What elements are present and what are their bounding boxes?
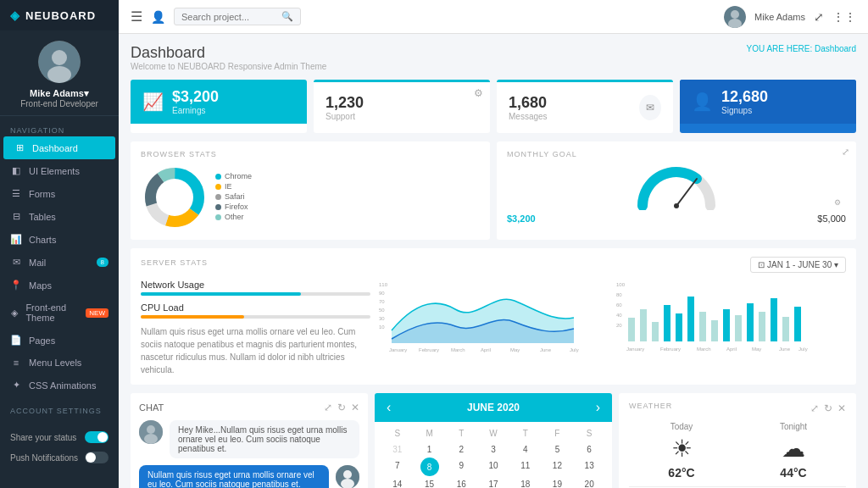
sidebar-item-mail[interactable]: ✉ Mail 8 [0,251,119,274]
date-range-selector[interactable]: ⊡ JAN 1 - JUNE 30 ▾ [750,257,846,273]
calendar-cell[interactable]: 14 [381,476,414,488]
weather-close-icon[interactable]: ✕ [837,402,846,414]
calendar-cell[interactable]: 15 [414,476,446,488]
goal-expand-icon[interactable]: ⤢ [842,147,849,158]
calendar-cell[interactable]: 4 [509,441,542,458]
cpu-load-fill [141,315,244,319]
earnings-content: $3,200 Earnings [172,88,219,115]
chat-header-icons: ⤢ ↻ ✕ [324,402,359,413]
calendar-next-button[interactable]: › [596,400,600,415]
sidebar-item-forms[interactable]: ☰ Forms [0,182,119,205]
calendar-cell[interactable]: 11 [509,458,542,476]
svg-text:70: 70 [379,299,385,304]
sidebar-item-dashboard[interactable]: ⊞ Dashboard [3,136,115,159]
calendar-cell[interactable]: 1 [414,441,446,458]
chat-close-icon[interactable]: ✕ [351,402,359,413]
sidebar-item-charts[interactable]: 📊 Charts [0,228,119,251]
menu-toggle-button[interactable]: ☰ [131,8,142,25]
server-grid: Network Usage CPU Load Nullam quis risus… [141,280,846,376]
sidebar-item-label: Tables [29,212,56,222]
svg-text:100: 100 [616,282,626,287]
tonight-icon: ☁ [741,435,846,463]
chat-expand-icon[interactable]: ⤢ [324,402,332,413]
sidebar-item-label: Menu Levels [29,358,81,368]
server-stats-section: SERVER STATS ⊡ JAN 1 - JUNE 30 ▾ Network… [131,248,856,385]
goal-gear-icon[interactable]: ⚙ [834,198,841,207]
grid-menu-icon[interactable]: ⋮⋮ [832,10,856,24]
search-input[interactable] [181,12,277,22]
pages-icon: 📄 [10,335,22,346]
calendar-title: JUNE 2020 [467,402,520,413]
calendar-cell[interactable]: 20 [573,476,605,488]
earnings-value: $3,200 [172,88,219,106]
sidebar-item-css-animations[interactable]: ✦ CSS Animations [0,374,119,396]
sidebar-item-label: Pages [29,336,55,346]
goal-current: $3,200 [507,214,536,224]
chat-refresh-icon[interactable]: ↻ [337,402,346,413]
support-settings-icon[interactable]: ⚙ [474,87,483,99]
expand-icon[interactable]: ⤢ [814,10,824,24]
svg-text:90: 90 [379,291,385,296]
line-chart: 110 90 70 50 30 10 January [379,280,599,356]
calendar-cell[interactable]: 13 [573,458,605,476]
brand-name: NEUBOARD [25,9,96,22]
sidebar-item-tables[interactable]: ⊟ Tables [0,205,119,228]
topbar-username: Mike Adams [754,12,805,22]
svg-text:60: 60 [616,302,622,308]
push-notifications-toggle[interactable] [85,452,108,463]
sidebar-item-maps[interactable]: 📍 Maps [0,274,119,297]
calendar-cell[interactable]: 18 [509,476,542,488]
calendar-prev-button[interactable]: ‹ [387,400,391,415]
calendar-cell[interactable]: 5 [542,441,574,458]
earnings-icon: 📈 [142,92,164,112]
css-animations-icon: ✦ [10,380,22,391]
calendar-cell[interactable]: 12 [542,458,574,476]
calendar-cell[interactable]: 6 [573,441,605,458]
server-description: Nullam quis risus eget urna mollis ornar… [141,325,370,376]
sidebar-item-menu-levels[interactable]: ≡ Menu Levels [0,352,119,374]
sidebar-item-frontend-theme[interactable]: ◈ Front-end Theme NEW [0,297,119,329]
sidebar-item-pages[interactable]: 📄 Pages [0,329,119,352]
bar [771,298,777,341]
calendar-cell[interactable]: 17 [477,476,509,488]
bar [640,309,647,341]
calendar-cell[interactable]: 10 [477,458,509,476]
calendar-today-cell[interactable]: 8 [420,458,439,476]
calendar-cell[interactable]: 3 [477,441,509,458]
sidebar: ◈ NEUBOARD Mike Adams▾ Front-end Develop… [0,0,119,488]
calendar-other-month-cell: 31 [381,441,414,458]
svg-text:80: 80 [616,292,622,297]
calendar-cell[interactable]: 7 [381,458,414,476]
support-card: 1,230 Support ⚙ [314,80,490,133]
calendar-cell[interactable]: 2 [445,441,477,458]
calendar-section: ‹ JUNE 2020 › S M T W T F S 311234567891… [375,393,612,488]
signups-value: 12,680 [721,88,768,106]
calendar-cell[interactable]: 9 [445,458,477,476]
topbar-user-icon[interactable]: 👤 [151,10,165,24]
logo-icon: ◈ [10,8,20,22]
monthly-goal-title: MONTHLY GOAL [507,150,577,158]
svg-point-41 [147,425,155,434]
chat-title: CHAT [139,402,164,413]
bar [699,312,706,341]
svg-text:April: April [481,347,491,352]
calendar-rows: 3112345678910111213141516171819202122232… [381,441,605,488]
sidebar-profile: Mike Adams▾ Front-end Developer [0,30,119,116]
calendar-cell[interactable]: 19 [542,476,574,488]
bar-chart-container: 100 80 60 40 20 [616,280,846,376]
svg-text:30: 30 [379,316,385,321]
weather-expand-icon[interactable]: ⤢ [810,402,819,414]
chat-message-sent: Nullam quis risus eget urna mollis ornar… [139,465,359,488]
share-status-toggle[interactable] [85,431,108,443]
chat-message-received: Hey Mike...Nullam quis risus eget urna m… [139,420,359,458]
sidebar-item-label: Charts [29,235,56,245]
calendar-header: ‹ JUNE 2020 › [375,393,612,422]
calendar-cell[interactable]: 16 [445,476,477,488]
support-value: 1,230 [326,94,364,112]
search-box: 🔍 [174,8,301,25]
sidebar-item-ui-elements[interactable]: ◧ UI Elements [0,159,119,182]
svg-text:110: 110 [379,282,388,287]
weather-refresh-icon[interactable]: ↻ [824,402,832,414]
svg-point-14 [674,203,679,208]
topbar-avatar [724,6,746,28]
